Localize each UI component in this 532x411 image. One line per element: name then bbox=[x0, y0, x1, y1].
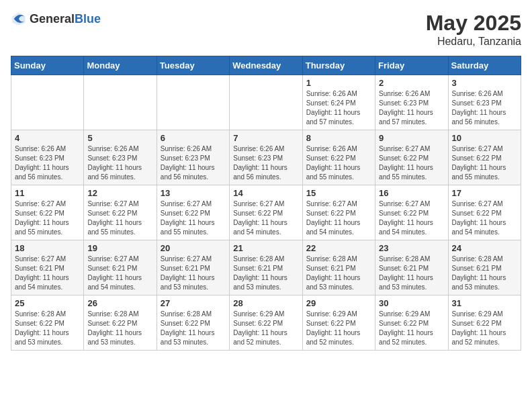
day-info: Sunrise: 6:27 AM Sunset: 6:22 PM Dayligh… bbox=[161, 199, 226, 237]
calendar-cell bbox=[157, 75, 229, 130]
calendar-cell: 7Sunrise: 6:26 AM Sunset: 6:23 PM Daylig… bbox=[230, 130, 302, 185]
day-number: 5 bbox=[87, 133, 152, 143]
calendar-cell bbox=[11, 75, 84, 130]
day-info: Sunrise: 6:29 AM Sunset: 6:22 PM Dayligh… bbox=[306, 310, 371, 347]
calendar-cell: 26Sunrise: 6:28 AM Sunset: 6:22 PM Dayli… bbox=[84, 295, 157, 351]
day-info: Sunrise: 6:27 AM Sunset: 6:22 PM Dayligh… bbox=[379, 144, 444, 182]
day-number: 19 bbox=[87, 243, 152, 253]
calendar-header-row: SundayMondayTuesdayWednesdayThursdayFrid… bbox=[11, 56, 521, 75]
column-header-tuesday: Tuesday bbox=[157, 56, 229, 75]
day-number: 7 bbox=[233, 133, 298, 143]
day-number: 20 bbox=[161, 243, 226, 253]
day-number: 12 bbox=[87, 188, 152, 198]
day-info: Sunrise: 6:28 AM Sunset: 6:22 PM Dayligh… bbox=[87, 310, 152, 347]
day-info: Sunrise: 6:27 AM Sunset: 6:21 PM Dayligh… bbox=[15, 255, 80, 292]
day-info: Sunrise: 6:28 AM Sunset: 6:22 PM Dayligh… bbox=[15, 310, 80, 347]
day-info: Sunrise: 6:27 AM Sunset: 6:22 PM Dayligh… bbox=[87, 199, 152, 237]
logo-blue: Blue bbox=[75, 12, 101, 26]
day-number: 11 bbox=[15, 188, 80, 198]
calendar-cell: 18Sunrise: 6:27 AM Sunset: 6:21 PM Dayli… bbox=[11, 240, 84, 295]
day-info: Sunrise: 6:28 AM Sunset: 6:21 PM Dayligh… bbox=[306, 255, 371, 292]
day-info: Sunrise: 6:28 AM Sunset: 6:21 PM Dayligh… bbox=[379, 255, 444, 292]
day-number: 17 bbox=[452, 188, 517, 198]
calendar-cell: 15Sunrise: 6:27 AM Sunset: 6:22 PM Dayli… bbox=[302, 185, 375, 240]
column-header-monday: Monday bbox=[84, 56, 157, 75]
calendar-cell: 13Sunrise: 6:27 AM Sunset: 6:22 PM Dayli… bbox=[157, 185, 229, 240]
day-number: 28 bbox=[233, 298, 298, 308]
calendar-cell: 21Sunrise: 6:28 AM Sunset: 6:21 PM Dayli… bbox=[230, 240, 302, 295]
calendar-cell: 9Sunrise: 6:27 AM Sunset: 6:22 PM Daylig… bbox=[375, 130, 448, 185]
day-info: Sunrise: 6:27 AM Sunset: 6:22 PM Dayligh… bbox=[452, 144, 517, 182]
day-info: Sunrise: 6:26 AM Sunset: 6:23 PM Dayligh… bbox=[379, 89, 444, 127]
logo-general: General bbox=[30, 12, 75, 26]
calendar-cell: 30Sunrise: 6:29 AM Sunset: 6:22 PM Dayli… bbox=[375, 295, 448, 351]
calendar-cell: 27Sunrise: 6:28 AM Sunset: 6:22 PM Dayli… bbox=[157, 295, 229, 351]
day-number: 25 bbox=[15, 298, 80, 308]
calendar-week-3: 11Sunrise: 6:27 AM Sunset: 6:22 PM Dayli… bbox=[11, 185, 521, 240]
calendar-cell: 29Sunrise: 6:29 AM Sunset: 6:22 PM Dayli… bbox=[302, 295, 375, 351]
day-number: 21 bbox=[233, 243, 298, 253]
calendar-cell: 4Sunrise: 6:26 AM Sunset: 6:23 PM Daylig… bbox=[11, 130, 84, 185]
day-info: Sunrise: 6:26 AM Sunset: 6:23 PM Dayligh… bbox=[452, 89, 517, 127]
day-number: 8 bbox=[306, 133, 371, 143]
column-header-friday: Friday bbox=[375, 56, 448, 75]
day-number: 9 bbox=[379, 133, 444, 143]
calendar-cell: 10Sunrise: 6:27 AM Sunset: 6:22 PM Dayli… bbox=[448, 130, 521, 185]
column-header-thursday: Thursday bbox=[302, 56, 375, 75]
title-block: May 2025 Hedaru, Tanzania bbox=[426, 11, 521, 48]
location: Hedaru, Tanzania bbox=[426, 36, 521, 48]
calendar-week-4: 18Sunrise: 6:27 AM Sunset: 6:21 PM Dayli… bbox=[11, 240, 521, 295]
day-info: Sunrise: 6:27 AM Sunset: 6:22 PM Dayligh… bbox=[379, 199, 444, 237]
day-number: 26 bbox=[87, 298, 152, 308]
day-info: Sunrise: 6:27 AM Sunset: 6:21 PM Dayligh… bbox=[87, 255, 152, 292]
day-info: Sunrise: 6:28 AM Sunset: 6:21 PM Dayligh… bbox=[233, 255, 298, 292]
day-number: 24 bbox=[452, 243, 517, 253]
day-number: 31 bbox=[452, 298, 517, 308]
day-info: Sunrise: 6:29 AM Sunset: 6:22 PM Dayligh… bbox=[379, 310, 444, 347]
day-info: Sunrise: 6:28 AM Sunset: 6:21 PM Dayligh… bbox=[452, 255, 517, 292]
day-number: 6 bbox=[161, 133, 226, 143]
calendar-cell: 24Sunrise: 6:28 AM Sunset: 6:21 PM Dayli… bbox=[448, 240, 521, 295]
calendar-cell: 28Sunrise: 6:29 AM Sunset: 6:22 PM Dayli… bbox=[230, 295, 302, 351]
calendar-cell: 6Sunrise: 6:26 AM Sunset: 6:23 PM Daylig… bbox=[157, 130, 229, 185]
calendar-week-5: 25Sunrise: 6:28 AM Sunset: 6:22 PM Dayli… bbox=[11, 295, 521, 351]
month-year: May 2025 bbox=[426, 11, 521, 36]
day-number: 4 bbox=[15, 133, 80, 143]
day-number: 10 bbox=[452, 133, 517, 143]
calendar-cell: 5Sunrise: 6:26 AM Sunset: 6:23 PM Daylig… bbox=[84, 130, 157, 185]
day-number: 30 bbox=[379, 298, 444, 308]
day-number: 27 bbox=[161, 298, 226, 308]
day-info: Sunrise: 6:29 AM Sunset: 6:22 PM Dayligh… bbox=[452, 310, 517, 347]
day-info: Sunrise: 6:26 AM Sunset: 6:23 PM Dayligh… bbox=[161, 144, 226, 182]
calendar-cell: 20Sunrise: 6:27 AM Sunset: 6:21 PM Dayli… bbox=[157, 240, 229, 295]
day-info: Sunrise: 6:26 AM Sunset: 6:24 PM Dayligh… bbox=[306, 89, 371, 127]
calendar-cell: 1Sunrise: 6:26 AM Sunset: 6:24 PM Daylig… bbox=[302, 75, 375, 130]
day-info: Sunrise: 6:27 AM Sunset: 6:22 PM Dayligh… bbox=[15, 199, 80, 237]
logo-icon bbox=[11, 11, 27, 27]
day-info: Sunrise: 6:26 AM Sunset: 6:23 PM Dayligh… bbox=[87, 144, 152, 182]
calendar-cell: 31Sunrise: 6:29 AM Sunset: 6:22 PM Dayli… bbox=[448, 295, 521, 351]
column-header-sunday: Sunday bbox=[11, 56, 84, 75]
day-number: 2 bbox=[379, 78, 444, 88]
day-number: 18 bbox=[15, 243, 80, 253]
calendar-cell: 19Sunrise: 6:27 AM Sunset: 6:21 PM Dayli… bbox=[84, 240, 157, 295]
calendar-week-1: 1Sunrise: 6:26 AM Sunset: 6:24 PM Daylig… bbox=[11, 75, 521, 130]
day-number: 22 bbox=[306, 243, 371, 253]
logo: GeneralBlue bbox=[11, 11, 101, 27]
calendar-cell: 3Sunrise: 6:26 AM Sunset: 6:23 PM Daylig… bbox=[448, 75, 521, 130]
calendar-cell: 23Sunrise: 6:28 AM Sunset: 6:21 PM Dayli… bbox=[375, 240, 448, 295]
day-number: 13 bbox=[161, 188, 226, 198]
calendar-week-2: 4Sunrise: 6:26 AM Sunset: 6:23 PM Daylig… bbox=[11, 130, 521, 185]
day-info: Sunrise: 6:27 AM Sunset: 6:21 PM Dayligh… bbox=[161, 255, 226, 292]
column-header-wednesday: Wednesday bbox=[230, 56, 302, 75]
calendar-cell: 17Sunrise: 6:27 AM Sunset: 6:22 PM Dayli… bbox=[448, 185, 521, 240]
calendar-cell: 12Sunrise: 6:27 AM Sunset: 6:22 PM Dayli… bbox=[84, 185, 157, 240]
day-number: 14 bbox=[233, 188, 298, 198]
day-number: 16 bbox=[379, 188, 444, 198]
day-info: Sunrise: 6:29 AM Sunset: 6:22 PM Dayligh… bbox=[233, 310, 298, 347]
calendar-cell: 8Sunrise: 6:26 AM Sunset: 6:22 PM Daylig… bbox=[302, 130, 375, 185]
calendar-cell bbox=[230, 75, 302, 130]
calendar-table: SundayMondayTuesdayWednesdayThursdayFrid… bbox=[11, 56, 521, 351]
day-number: 3 bbox=[452, 78, 517, 88]
calendar-cell bbox=[84, 75, 157, 130]
